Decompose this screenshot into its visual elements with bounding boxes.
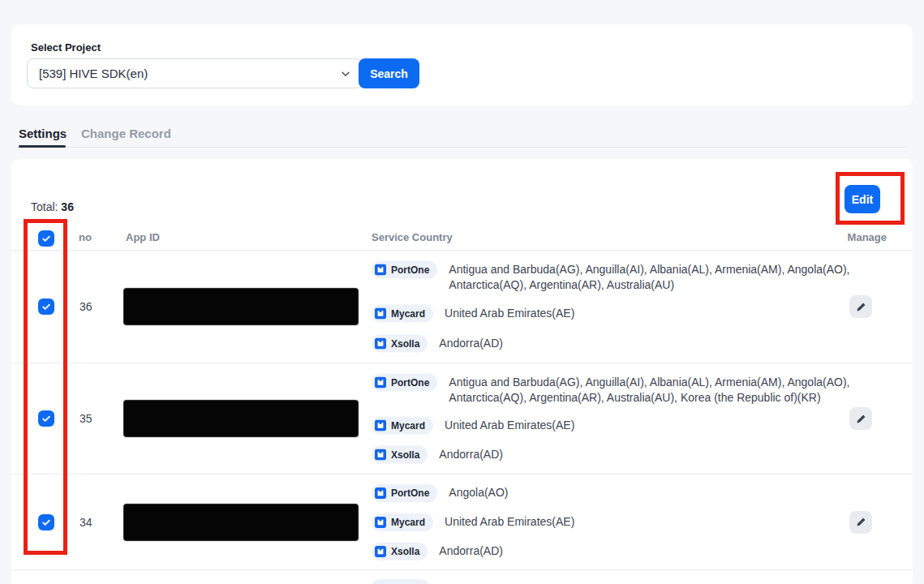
row-number: 34 — [80, 516, 92, 529]
service-country-list: Antigua and Barbuda(AG), Anguilla(AI), A… — [449, 374, 854, 406]
app-id-redacted-bar — [124, 289, 358, 324]
service-country-list: United Arab Emirates(AE) — [445, 305, 574, 321]
row-edit-pencil-button[interactable] — [849, 407, 872, 430]
select-all-checkbox[interactable] — [38, 230, 54, 247]
payment-provider-icon — [375, 420, 386, 432]
total-value: 36 — [61, 200, 74, 213]
table-row: 35PortOneAntigua and Barbuda(AG), Anguil… — [11, 363, 913, 474]
table-body: 36PortOneAntigua and Barbuda(AG), Anguil… — [11, 251, 913, 570]
provider-line: PortOneAntigua and Barbuda(AG), Anguilla… — [372, 261, 854, 293]
provider-name: Xsolla — [391, 338, 419, 350]
service-country-list: Andorra(AD) — [439, 543, 503, 559]
provider-line: XsollaAndorra(AD) — [372, 446, 854, 464]
provider-line: MycardUnited Arab Emirates(AE) — [372, 417, 854, 435]
provider-line: PortOneAngola(AO) — [372, 484, 574, 502]
page: Select Project [539] HIVE SDK(en) Search… — [0, 0, 924, 584]
table-header: no App ID Service Country Manage — [11, 227, 913, 251]
row-checkbox[interactable] — [38, 298, 54, 315]
column-header-app-id: App ID — [126, 231, 160, 243]
chevron-down-icon — [340, 68, 351, 79]
service-country-list: Andorra(AD) — [439, 335, 503, 351]
service-country-list: Antigua and Barbuda(AG), Anguilla(AI), A… — [449, 261, 854, 293]
service-country-cell: PortOneAntigua and Barbuda(AG), Anguilla… — [372, 261, 854, 353]
provider-line: MycardUnited Arab Emirates(AE) — [372, 513, 574, 531]
provider-name: PortOne — [391, 264, 429, 276]
provider-line: PortOneAntigua and Barbuda(AG), Anguilla… — [372, 374, 854, 406]
app-id-redacted-bar — [124, 505, 358, 540]
column-header-manage: Manage — [848, 231, 887, 243]
tabs-divider — [17, 147, 905, 148]
table-row: 36PortOneAntigua and Barbuda(AG), Anguil… — [11, 251, 913, 363]
column-header-no: no — [79, 231, 92, 243]
payment-provider-icon — [375, 308, 386, 320]
service-country-list: Andorra(AD) — [439, 446, 503, 462]
row-checkbox[interactable] — [38, 410, 54, 427]
provider-name: Mycard — [391, 420, 425, 432]
provider-line: XsollaAndorra(AD) — [372, 543, 574, 560]
provider-badge-xsolla: Xsolla — [372, 543, 428, 560]
payment-provider-icon — [375, 264, 386, 276]
search-button[interactable]: Search — [359, 58, 419, 88]
column-header-service-country: Service Country — [372, 231, 453, 243]
project-select-card: Select Project [539] HIVE SDK(en) Search — [11, 24, 913, 105]
provider-name: Xsolla — [391, 546, 419, 557]
provider-badge-mycard: Mycard — [372, 513, 433, 531]
payment-provider-icon — [375, 338, 386, 350]
provider-badge-mycard: Mycard — [372, 417, 433, 435]
provider-badge-portone: PortOne — [372, 484, 437, 502]
provider-line: MycardUnited Arab Emirates(AE) — [372, 305, 854, 323]
provider-name: PortOne — [391, 487, 429, 499]
service-country-list: Angola(AO) — [449, 484, 508, 500]
settings-table-card: Total: 36 Edit no App ID Service Country… — [11, 159, 913, 584]
service-country-list: United Arab Emirates(AE) — [445, 513, 574, 530]
provider-badge-portone: PortOne — [372, 261, 437, 279]
provider-badge-xsolla: Xsolla — [372, 335, 428, 353]
service-country-list: United Arab Emirates(AE) — [445, 417, 574, 433]
payment-provider-icon — [375, 487, 386, 499]
service-country-cell: PortOneAngola(AO)MycardUnited Arab Emira… — [372, 484, 574, 560]
total-count: Total: 36 — [31, 200, 74, 213]
row-number: 35 — [80, 412, 92, 425]
provider-name: Mycard — [391, 308, 425, 320]
provider-badge-mycard: Mycard — [372, 305, 433, 323]
table-row: 34PortOneAngola(AO)MycardUnited Arab Emi… — [11, 474, 913, 570]
app-id-redacted-bar — [124, 401, 358, 436]
edit-button[interactable]: Edit — [844, 185, 880, 213]
row-number: 36 — [80, 300, 92, 313]
project-select-value: [539] HIVE SDK(en) — [39, 67, 340, 80]
payment-provider-icon — [375, 377, 386, 389]
next-row-partial-badge — [372, 579, 429, 584]
service-country-cell: PortOneAntigua and Barbuda(AG), Anguilla… — [372, 374, 854, 464]
provider-name: Xsolla — [391, 449, 419, 461]
project-select[interactable]: [539] HIVE SDK(en) — [27, 58, 363, 88]
row-edit-pencil-button[interactable] — [849, 511, 872, 534]
provider-badge-portone: PortOne — [372, 374, 437, 392]
provider-line: XsollaAndorra(AD) — [372, 335, 854, 353]
active-tab-indicator — [19, 145, 66, 148]
select-project-label: Select Project — [31, 41, 101, 54]
tab-change-record[interactable]: Change Record — [81, 127, 171, 140]
row-edit-pencil-button[interactable] — [849, 295, 872, 318]
provider-badge-xsolla: Xsolla — [372, 446, 428, 464]
row-checkbox[interactable] — [38, 514, 54, 530]
tab-settings[interactable]: Settings — [19, 127, 67, 140]
payment-provider-icon — [375, 517, 386, 528]
provider-name: PortOne — [391, 377, 429, 389]
payment-provider-icon — [375, 449, 386, 461]
provider-name: Mycard — [391, 517, 425, 528]
payment-provider-icon — [375, 546, 386, 557]
